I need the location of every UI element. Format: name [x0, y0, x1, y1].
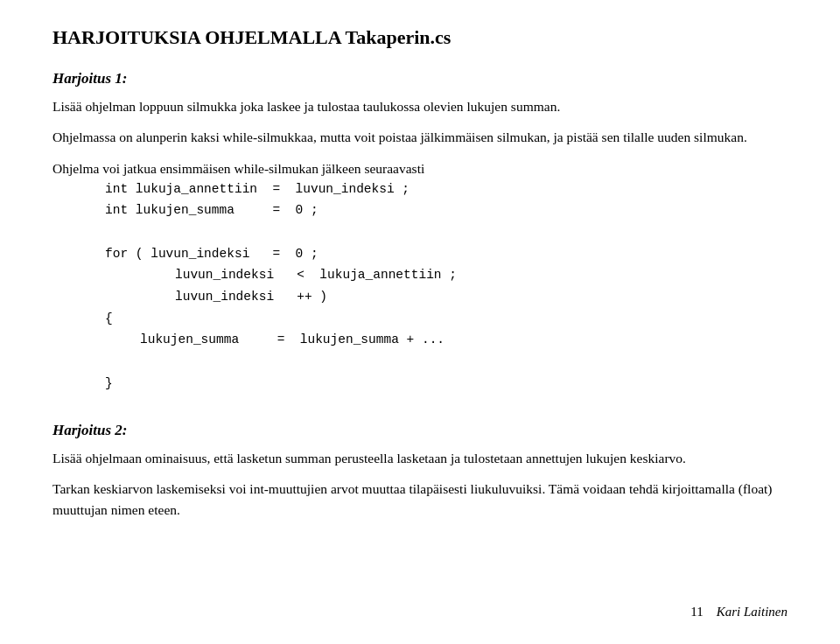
code-line-5: luvun_indeksi ++ )	[175, 286, 788, 308]
code-intro: Ohjelma voi jatkua ensimmäisen while-sil…	[52, 161, 424, 176]
page-title: HARJOITUKSIA OHJELMALLA Takaperin.cs	[52, 26, 788, 49]
code-line-4: luvun_indeksi < lukuja_annettiin ;	[175, 264, 788, 286]
code-line-6: {	[105, 308, 788, 330]
exercise1-para1: Lisää ohjelman loppuun silmukka joka las…	[52, 96, 788, 116]
exercise1-para2: Ohjelmassa on alunperin kaksi while-silm…	[52, 127, 788, 147]
code-section: Ohjelma voi jatkua ensimmäisen while-sil…	[52, 158, 788, 395]
footer: 11 Kari Laitinen	[690, 605, 788, 620]
exercise2-section: Harjoitus 2: Lisää ohjelmaan ominaisuus,…	[52, 422, 788, 520]
code-line-3: for ( luvun_indeksi = 0 ;	[105, 243, 788, 265]
exercise2-para2: Tarkan keskiarvon laskemiseksi voi int-m…	[52, 479, 788, 520]
code-line-7: lukujen_summa = lukujen_summa + ...	[140, 329, 788, 351]
code-line-1: int lukuja_annettiin = luvun_indeksi ;	[105, 178, 788, 200]
exercise1-heading: Harjoitus 1:	[52, 70, 788, 88]
exercise2-heading: Harjoitus 2:	[52, 422, 788, 439]
exercise1-section: Harjoitus 1: Lisää ohjelman loppuun silm…	[52, 70, 788, 394]
exercise2-para1: Lisää ohjelmaan ominaisuus, että lasketu…	[52, 448, 788, 468]
code-line-8: }	[105, 373, 788, 395]
page-number: 11	[690, 605, 703, 619]
code-block: int lukuja_annettiin = luvun_indeksi ; i…	[105, 178, 788, 394]
footer-author: Kari Laitinen	[717, 605, 788, 619]
code-line-2: int lukujen_summa = 0 ;	[105, 200, 788, 221]
